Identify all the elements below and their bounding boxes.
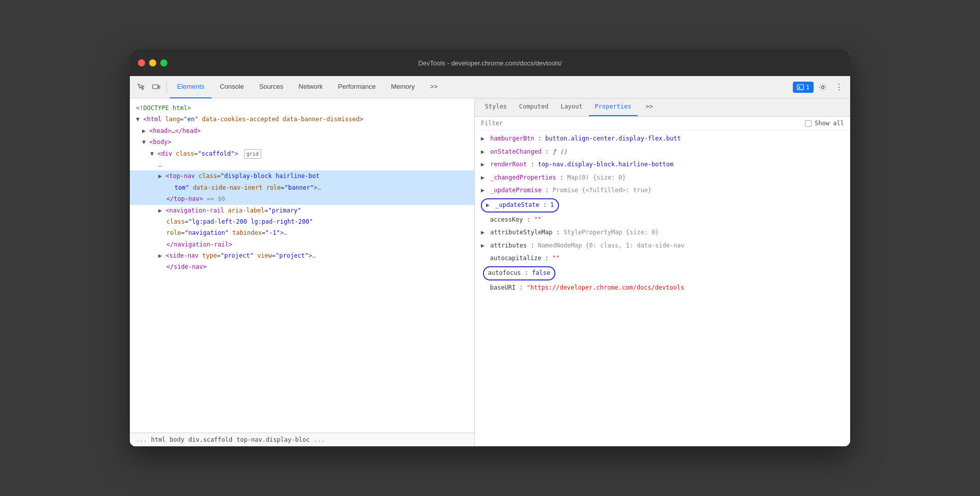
- maximize-button[interactable]: [160, 59, 167, 66]
- breadcrumb-div-scaffold[interactable]: div.scaffold: [189, 436, 233, 443]
- tab-memory[interactable]: Memory: [384, 76, 422, 98]
- prop-attributeStyleMap[interactable]: ▶ attributeStyleMap : StylePropertyMap {…: [475, 226, 850, 239]
- tab-more[interactable]: >>: [640, 98, 659, 116]
- breadcrumb-html[interactable]: html: [151, 436, 166, 443]
- tab-styles[interactable]: Styles: [479, 98, 513, 116]
- tab-more[interactable]: >>: [423, 76, 445, 98]
- tab-network[interactable]: Network: [292, 76, 330, 98]
- html-line-side-nav-close: </side-nav>: [130, 261, 474, 272]
- window-title: DevTools - developer.chrome.com/docs/dev…: [418, 59, 562, 67]
- show-all-label[interactable]: Show all: [805, 120, 844, 127]
- console-badge-button[interactable]: 1: [793, 82, 814, 93]
- devtools-main: <!DOCTYPE html> ▼ <html lang="en" data-c…: [130, 98, 850, 446]
- more-options-icon[interactable]: ⋮: [832, 80, 846, 94]
- toolbar-divider: [166, 81, 167, 93]
- tab-properties[interactable]: Properties: [589, 98, 638, 116]
- minimize-button[interactable]: [149, 59, 156, 66]
- grid-badge[interactable]: grid: [244, 149, 261, 159]
- close-button[interactable]: [138, 59, 145, 66]
- html-line-head[interactable]: ▶ <head>…</head>: [130, 125, 474, 136]
- html-line-doctype: <!DOCTYPE html>: [130, 102, 474, 114]
- svg-rect-0: [153, 85, 158, 89]
- html-line-div-scaffold[interactable]: ▼ <div class="scaffold"> grid: [130, 148, 474, 159]
- html-line-top-nav-cont: tom" data-side-nav-inert role="banner">…: [130, 182, 474, 193]
- tab-performance[interactable]: Performance: [331, 76, 382, 98]
- properties-panel: Styles Computed Layout Properties >>: [475, 98, 850, 446]
- prop-renderRoot[interactable]: ▶ renderRoot : top-nav.display-block.hai…: [475, 158, 850, 171]
- prop-updateState[interactable]: ▶ _updateState : 1: [475, 197, 850, 214]
- filter-input[interactable]: [481, 120, 801, 127]
- breadcrumb-top-nav[interactable]: top-nav.display-bloc: [236, 436, 310, 443]
- tab-console[interactable]: Console: [213, 76, 251, 98]
- tab-sources[interactable]: Sources: [252, 76, 291, 98]
- prop-changedProperties[interactable]: ▶ _changedProperties : Map(0) {size: 0}: [475, 171, 850, 185]
- prop-onStateChanged[interactable]: ▶ onStateChanged : ƒ (): [475, 146, 850, 159]
- devtools-toolbar: Elements Console Sources Network Perform…: [130, 76, 850, 98]
- properties-tabs: Styles Computed Layout Properties >>: [475, 98, 850, 117]
- prop-hamburgerBtn[interactable]: ▶ hamburgerBtn : button.align-center.dis…: [475, 132, 850, 146]
- device-toggle-icon[interactable]: [149, 80, 163, 94]
- devtools-window: DevTools - developer.chrome.com/docs/dev…: [130, 50, 850, 446]
- breadcrumb-trail-dots[interactable]: ...: [314, 436, 325, 443]
- devtools-panel: Elements Console Sources Network Perform…: [130, 76, 850, 446]
- breadcrumb-ellipsis[interactable]: ...: [136, 436, 147, 443]
- html-line-nav-rail[interactable]: ▶ <navigation-rail aria-label="primary": [130, 205, 474, 216]
- svg-rect-1: [158, 86, 160, 88]
- prop-accessKey: accessKey : "": [475, 214, 850, 227]
- tab-computed[interactable]: Computed: [513, 98, 554, 116]
- breadcrumb-bar: ... html body div.scaffold top-nav.displ…: [130, 433, 474, 446]
- tab-layout[interactable]: Layout: [554, 98, 588, 116]
- tab-elements[interactable]: Elements: [170, 76, 212, 98]
- html-line-nav-rail-cont: class="lg:pad-left-200 lg:pad-right-200": [130, 216, 474, 227]
- titlebar: DevTools - developer.chrome.com/docs/dev…: [130, 50, 850, 76]
- html-line-body[interactable]: ▼ <body>: [130, 136, 474, 148]
- show-all-checkbox[interactable]: [805, 120, 812, 127]
- html-line-dots: …: [130, 159, 474, 170]
- prop-attributes[interactable]: ▶ attributes : NamedNodeMap {0: class, 1…: [475, 239, 850, 253]
- html-line-nav-rail-cont2: role="navigation" tabindex="-1">…: [130, 227, 474, 238]
- prop-autocapitalize: autocapitalize : "": [475, 252, 850, 265]
- breadcrumb-body[interactable]: body: [170, 436, 185, 443]
- html-line-html[interactable]: ▼ <html lang="en" data-cookies-accepted …: [130, 114, 474, 125]
- html-line-nav-rail-close: </navigation-rail>: [130, 239, 474, 250]
- svg-point-4: [822, 86, 824, 88]
- prop-baseURI: baseURI : "https://developer.chrome.com/…: [475, 281, 850, 295]
- inspect-element-icon[interactable]: [134, 80, 148, 94]
- prop-updatePromise[interactable]: ▶ _updatePromise : Promise {<fulfilled>:…: [475, 184, 850, 197]
- prop-autofocus: autofocus : false: [475, 265, 850, 281]
- html-line-top-nav-close: </top-nav> == $0: [130, 193, 474, 204]
- filter-bar: Show all: [475, 117, 850, 130]
- properties-content[interactable]: ▶ hamburgerBtn : button.align-center.dis…: [475, 130, 850, 446]
- settings-icon[interactable]: [816, 80, 830, 94]
- traffic-lights: [138, 59, 167, 66]
- html-line-top-nav[interactable]: ▶ <top-nav class="display-block hairline…: [130, 170, 474, 182]
- elements-content[interactable]: <!DOCTYPE html> ▼ <html lang="en" data-c…: [130, 98, 474, 433]
- html-line-side-nav[interactable]: ▶ <side-nav type="project" view="project…: [130, 250, 474, 261]
- toolbar-right-icons: 1 ⋮: [793, 80, 846, 94]
- elements-panel: <!DOCTYPE html> ▼ <html lang="en" data-c…: [130, 98, 475, 446]
